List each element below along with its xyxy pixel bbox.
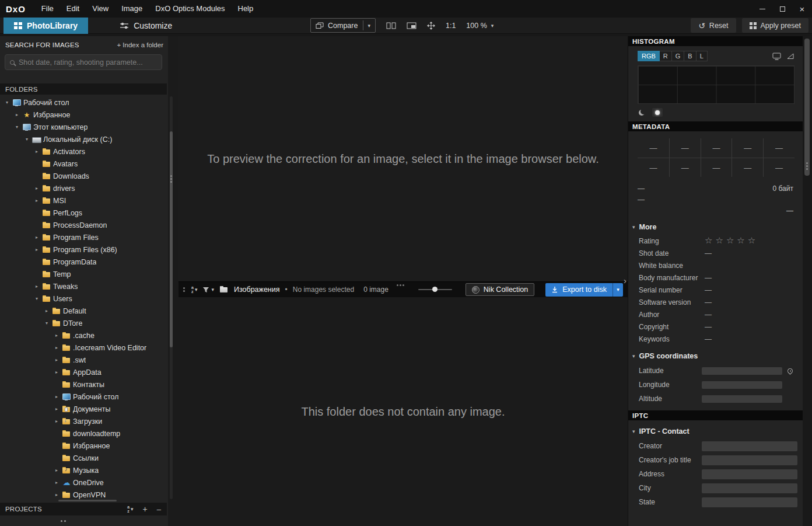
folder-tree-item-downloads[interactable]: Downloads bbox=[0, 170, 168, 182]
collapse-arrow-icon[interactable]: ▾ bbox=[43, 321, 50, 326]
right-panel-scrollbar-thumb[interactable] bbox=[804, 39, 810, 176]
filmstrip-expand-chevron[interactable]: › bbox=[624, 276, 626, 285]
maximize-button[interactable] bbox=[772, 0, 792, 18]
monitor-icon[interactable] bbox=[772, 53, 781, 60]
folder-tree-item-загрузки[interactable]: ▸↓Загрузки bbox=[0, 415, 168, 427]
star-icon[interactable]: ☆ bbox=[715, 235, 726, 245]
slider-knob[interactable] bbox=[432, 287, 438, 292]
gps-section-header[interactable]: ▾ GPS coordinates bbox=[628, 345, 803, 364]
histogram-channel-r[interactable]: R bbox=[660, 51, 672, 61]
folder-tree-item-dtore[interactable]: ▾DTore bbox=[0, 317, 168, 329]
menu-edit[interactable]: Edit bbox=[60, 0, 86, 18]
folder-tree-item-program-files[interactable]: ▸Program Files bbox=[0, 231, 168, 243]
remove-project-button[interactable]: – bbox=[157, 506, 161, 513]
folder-tree-item-tweaks[interactable]: ▸Tweaks bbox=[0, 280, 168, 292]
histogram-channel-g[interactable]: G bbox=[672, 51, 685, 61]
folder-tree-item-perflogs[interactable]: PerfLogs bbox=[0, 207, 168, 219]
menu-help[interactable]: Help bbox=[232, 0, 260, 18]
expand-arrow-icon[interactable]: ▸ bbox=[53, 406, 60, 412]
collapse-arrow-icon[interactable]: ▾ bbox=[33, 296, 40, 301]
minimize-button[interactable] bbox=[752, 0, 772, 18]
filmstrip-resize-handle[interactable] bbox=[183, 287, 185, 289]
histogram-channel-rgb[interactable]: RGB bbox=[638, 51, 660, 61]
state-input[interactable] bbox=[702, 497, 797, 507]
sort-order-button[interactable]: az▾ bbox=[191, 285, 197, 294]
city-input[interactable] bbox=[702, 483, 797, 493]
reset-button[interactable]: ↺ Reset bbox=[691, 18, 736, 33]
menu-dxo-optics-modules[interactable]: DxO Optics Modules bbox=[149, 0, 231, 18]
expand-arrow-icon[interactable]: ▸ bbox=[33, 198, 40, 203]
folder-tree-item-этот-компьютер[interactable]: ▾Этот компьютер bbox=[0, 121, 168, 133]
more-section-header[interactable]: ▾ More bbox=[628, 216, 803, 235]
iptc-contact-section-header[interactable]: ▾ IPTC - Contact bbox=[628, 420, 803, 439]
apply-preset-button[interactable]: Apply preset bbox=[742, 18, 808, 33]
search-input[interactable] bbox=[19, 58, 157, 67]
menu-view[interactable]: View bbox=[86, 0, 115, 18]
shadow-clipping-icon[interactable] bbox=[639, 110, 645, 116]
histogram-channel-l[interactable]: L bbox=[696, 51, 708, 61]
expand-arrow-icon[interactable]: ▸ bbox=[33, 149, 40, 154]
folder-tree-item-drivers[interactable]: ▸drivers bbox=[0, 182, 168, 194]
export-options-caret[interactable]: ▾ bbox=[612, 283, 623, 297]
left-panel-collapse-handle[interactable] bbox=[0, 515, 167, 526]
expand-arrow-icon[interactable]: ▸ bbox=[33, 186, 40, 191]
folder-tree-item-default[interactable]: ▸Default bbox=[0, 305, 168, 317]
folder-tree-item-избранное[interactable]: ▸★Избранное bbox=[0, 109, 168, 121]
star-icon[interactable]: ☆ bbox=[737, 235, 747, 245]
star-icon[interactable]: ☆ bbox=[705, 235, 715, 245]
folder-tree-item-рабочий-стол[interactable]: ▾Рабочий стол bbox=[0, 96, 168, 109]
right-panel-scrollbar[interactable] bbox=[803, 36, 812, 526]
tab-customize[interactable]: Customize bbox=[109, 18, 183, 34]
histogram-channel-b[interactable]: B bbox=[684, 51, 696, 61]
folder-tree-item-appdata[interactable]: ▸AppData bbox=[0, 366, 168, 378]
folder-tree-item-ссылки[interactable]: Ссылки bbox=[0, 452, 168, 464]
tab-photolibrary[interactable]: PhotoLibrary bbox=[4, 18, 88, 34]
folder-tree-item-program-files-x86[interactable]: ▸Program Files (x86) bbox=[0, 243, 168, 256]
current-folder-name[interactable]: Изображения bbox=[234, 285, 280, 294]
latitude-input[interactable] bbox=[702, 367, 782, 375]
address-input[interactable] bbox=[702, 469, 797, 479]
folder-tree-item-msi[interactable]: ▸MSI bbox=[0, 194, 168, 207]
menu-image[interactable]: Image bbox=[115, 0, 149, 18]
creator-input[interactable] bbox=[702, 441, 797, 451]
collapse-arrow-icon[interactable]: ▾ bbox=[23, 137, 30, 142]
altitude-input[interactable] bbox=[702, 395, 782, 403]
folder-tree-item-рабочий-стол[interactable]: ▸Рабочий стол bbox=[0, 391, 168, 403]
expand-arrow-icon[interactable]: ▸ bbox=[53, 370, 60, 375]
add-project-button[interactable]: + bbox=[143, 505, 148, 513]
expand-arrow-icon[interactable]: ▸ bbox=[33, 247, 40, 252]
expand-arrow-icon[interactable]: ▸ bbox=[33, 284, 40, 289]
rating-stars[interactable]: ☆☆☆☆☆ bbox=[705, 235, 758, 246]
folder-tree-item-контакты[interactable]: Контакты bbox=[0, 378, 168, 391]
folder-tree-item-документы[interactable]: ▸Документы bbox=[0, 403, 168, 415]
nik-collection-button[interactable]: Nik Collection bbox=[466, 283, 534, 296]
star-icon[interactable]: ☆ bbox=[726, 235, 737, 245]
folder-tree-item-музыка[interactable]: ▸♪Музыка bbox=[0, 464, 168, 476]
folder-tree-item-icecream-video-editor[interactable]: ▸.Icecream Video Editor bbox=[0, 342, 168, 354]
tree-horizontal-scrollbar-thumb[interactable] bbox=[58, 500, 117, 501]
folder-tree-item-avatars[interactable]: Avatars bbox=[0, 158, 168, 170]
expand-arrow-icon[interactable]: ▸ bbox=[53, 480, 60, 485]
map-pin-icon[interactable] bbox=[786, 367, 794, 375]
expand-arrow-icon[interactable]: ▸ bbox=[43, 308, 50, 313]
left-panel-resize-handle[interactable] bbox=[170, 175, 172, 177]
compare-button[interactable]: Compare ▾ bbox=[310, 18, 376, 33]
right-panel-resize-handle[interactable] bbox=[806, 162, 808, 164]
compare-caret-icon[interactable]: ▾ bbox=[368, 23, 370, 29]
clipping-warning-icon[interactable] bbox=[786, 53, 794, 60]
split-view-icon[interactable] bbox=[386, 22, 396, 29]
thumbnail-size-slider[interactable] bbox=[418, 285, 452, 294]
projects-sort-icon[interactable]: az▾ bbox=[127, 505, 133, 513]
folder-tree-item-onedrive[interactable]: ▸☁OneDrive bbox=[0, 476, 168, 489]
expand-arrow-icon[interactable]: ▸ bbox=[53, 333, 60, 338]
folder-tree-item-programdata[interactable]: ProgramData bbox=[0, 256, 168, 268]
collapse-arrow-icon[interactable]: ▾ bbox=[13, 124, 20, 130]
expand-arrow-icon[interactable]: ▸ bbox=[53, 468, 60, 473]
folder-tree-item-temp[interactable]: Temp bbox=[0, 268, 168, 280]
tree-horizontal-scrollbar[interactable] bbox=[0, 500, 167, 502]
expand-arrow-icon[interactable]: ▸ bbox=[53, 419, 60, 424]
expand-arrow-icon[interactable]: ▸ bbox=[53, 394, 60, 399]
expand-arrow-icon[interactable]: ▸ bbox=[33, 235, 40, 240]
filter-button[interactable]: ▾ bbox=[202, 287, 214, 293]
expand-arrow-icon[interactable]: ▸ bbox=[53, 345, 60, 350]
